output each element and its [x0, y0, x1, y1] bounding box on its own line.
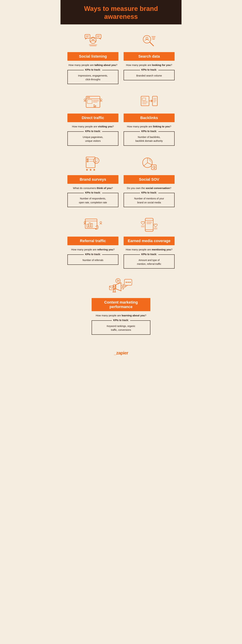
card-referral-traffic: Referral traffic How many people are ref… [67, 214, 118, 268]
content-marketing-desc: How many people are learning about you? [92, 314, 150, 318]
svg-point-1 [92, 38, 94, 40]
social-listening-label: Social listening [67, 52, 118, 61]
social-listening-kpi-label: KPIs to track: [85, 68, 101, 71]
svg-point-79 [129, 282, 131, 283]
search-data-kpi-text: Branded search volume [126, 74, 172, 78]
brand-surveys-icon: ★ ★ ★ [83, 153, 102, 175]
svg-point-42 [95, 160, 96, 160]
content-marketing-kpi-text: Keyword rankings, organictraffic, conver… [94, 324, 148, 332]
row-2: Direct traffic How many people are visit… [67, 91, 175, 152]
backlinks-icon [140, 91, 159, 114]
svg-point-18 [87, 97, 88, 98]
content-marketing-kpi-label: KPIs to track: [113, 319, 129, 322]
social-listening-kpi-box: KPIs to track: Impressions, engagements,… [67, 70, 118, 84]
content-marketing-icon [107, 276, 135, 298]
direct-traffic-kpi-box: KPIs to track: Unique pageviews,unique v… [67, 131, 118, 146]
svg-point-53 [153, 166, 155, 168]
svg-line-73 [115, 289, 115, 292]
brand-surveys-desc: What do consumers think of you? [67, 186, 118, 190]
svg-line-11 [150, 42, 154, 46]
svg-line-48 [143, 163, 147, 166]
svg-rect-16 [86, 96, 100, 108]
svg-point-78 [128, 282, 129, 283]
card-content-marketing: Content marketing performance How many p… [92, 276, 150, 334]
backlinks-kpi-text: Number of backlinks,backlink domain auth… [126, 135, 172, 143]
svg-rect-52 [151, 165, 156, 170]
brand-surveys-kpi-label-wrap: KPIs to track: [84, 191, 102, 194]
svg-line-72 [113, 289, 114, 292]
search-data-kpi-box: KPIs to track: Branded search volume [124, 70, 175, 80]
svg-point-60 [100, 222, 102, 223]
direct-traffic-desc: How many people are visiting you? [67, 124, 118, 128]
earned-media-kpi-box: KPIs to track: Amount and type ofmention… [124, 254, 175, 269]
svg-point-43 [97, 160, 97, 160]
svg-rect-2 [85, 34, 90, 38]
svg-rect-27 [142, 98, 146, 100]
earned-media-icon [140, 214, 159, 236]
row-1: Social listening How many people are tal… [67, 30, 175, 91]
page: Ways to measure brand awareness [60, 0, 182, 361]
content-marketing-kpi-label-wrap: KPIs to track: [112, 319, 130, 322]
svg-rect-58 [91, 224, 92, 227]
social-sov-kpi-label: KPIs to track: [141, 191, 157, 194]
svg-line-51 [150, 159, 152, 164]
search-data-kpi-label-wrap: KPIs to track: [140, 68, 158, 71]
content-marketing-label: Content marketing performance [92, 298, 150, 311]
row-4: Referral traffic How many people are ref… [67, 214, 175, 276]
referral-traffic-desc: How many people are referring you? [67, 248, 118, 252]
search-data-icon [140, 30, 159, 52]
svg-point-77 [126, 282, 127, 283]
backlinks-kpi-label-wrap: KPIs to track: [140, 130, 158, 133]
svg-rect-20 [87, 100, 92, 104]
svg-point-25 [100, 99, 102, 100]
svg-rect-26 [141, 96, 149, 106]
backlinks-label: Backlinks [124, 114, 175, 122]
social-listening-desc: How many people are talking about you? [67, 63, 118, 67]
content-marketing-kpi-box: KPIs to track: Keyword rankings, organic… [92, 320, 150, 335]
earned-media-kpi-label-wrap: KPIs to track: [140, 253, 158, 256]
svg-point-12 [146, 37, 148, 39]
svg-text:★ ★ ★: ★ ★ ★ [86, 168, 96, 172]
brand-surveys-kpi-label: KPIs to track: [85, 191, 101, 194]
page-title: Ways to measure brand awareness [67, 5, 175, 20]
row-3: ★ ★ ★ Brand surveys What do consumers th… [67, 153, 175, 214]
svg-point-24 [84, 99, 86, 100]
backlinks-desc: How many people are linking to you? [124, 124, 175, 128]
svg-point-0 [90, 37, 96, 44]
zapier-logo-text: zapier [116, 350, 128, 356]
social-listening-icon [83, 30, 102, 52]
zapier-logo-underscore: _ [114, 350, 116, 356]
card-brand-surveys: ★ ★ ★ Brand surveys What do consumers th… [67, 153, 118, 207]
direct-traffic-kpi-label: KPIs to track: [85, 130, 101, 132]
content: Social listening How many people are tal… [60, 24, 182, 348]
svg-point-41 [93, 158, 99, 164]
brand-surveys-kpi-box: KPIs to track: Number of respondents,ope… [67, 193, 118, 207]
social-sov-kpi-box: KPIs to track: Number of mentions of you… [124, 193, 175, 207]
footer: _zapier [60, 348, 182, 361]
referral-traffic-icon [83, 214, 102, 236]
card-backlinks: Backlinks How many people are linking to… [124, 91, 175, 146]
card-earned-media: Earned media coverage How many people ar… [124, 214, 175, 268]
social-listening-kpi-text: Impressions, engagements,click-throughs [70, 74, 116, 82]
social-listening-kpi-label-wrap: KPIs to track: [84, 68, 102, 71]
earned-media-label: Earned media coverage [124, 236, 175, 245]
card-social-listening: Social listening How many people are tal… [67, 30, 118, 84]
svg-point-75 [116, 279, 120, 283]
svg-rect-56 [87, 224, 88, 227]
brand-surveys-kpi-text: Number of respondents,open rate, complet… [70, 196, 116, 204]
svg-point-59 [84, 222, 86, 223]
social-sov-kpi-text: Number of mentions of yourbrand on socia… [126, 196, 172, 204]
zapier-logo: _zapier [60, 350, 182, 356]
referral-traffic-label: Referral traffic [67, 236, 118, 245]
referral-traffic-kpi-text: Number of referrals [70, 258, 116, 262]
card-search-data: Search data How many people are looking … [124, 30, 175, 84]
svg-point-19 [89, 97, 90, 98]
card-social-sov: Social SOV Do you own the social convers… [124, 153, 175, 207]
svg-rect-31 [152, 96, 157, 106]
social-sov-kpi-label-wrap: KPIs to track: [140, 191, 158, 194]
referral-traffic-kpi-label-wrap: KPIs to track: [84, 253, 102, 256]
direct-traffic-kpi-label-wrap: KPIs to track: [84, 130, 102, 133]
direct-traffic-icon [83, 91, 102, 114]
referral-traffic-kpi-label: KPIs to track: [85, 253, 101, 256]
direct-traffic-label: Direct traffic [67, 114, 118, 122]
